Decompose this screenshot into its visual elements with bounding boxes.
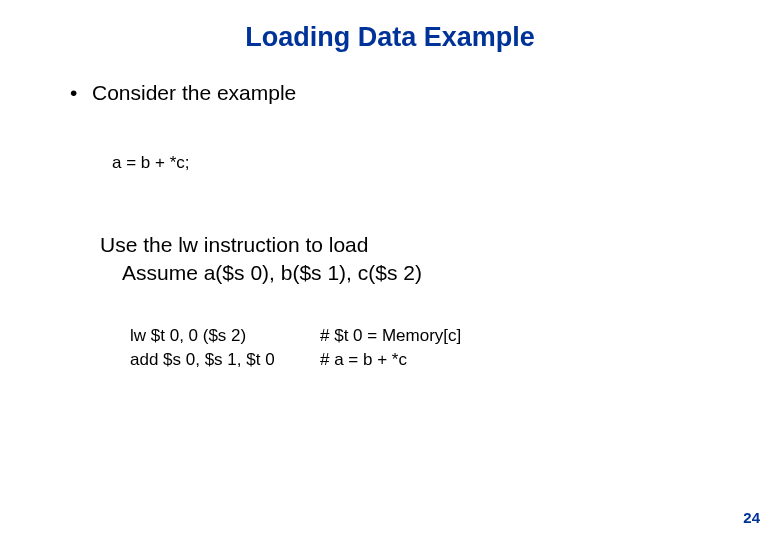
asm-comment-2: # a = b + *c — [320, 348, 407, 373]
asm-row-1: lw $t 0, 0 ($s 2) # $t 0 = Memory[c] — [130, 324, 780, 349]
bullet-marker: • — [70, 81, 92, 105]
explanation-block: Use the lw instruction to load Assume a(… — [100, 231, 780, 288]
assembly-block: lw $t 0, 0 ($s 2) # $t 0 = Memory[c] add… — [130, 324, 780, 373]
code-line: a = b + *c; — [112, 153, 780, 173]
asm-instr-1: lw $t 0, 0 ($s 2) — [130, 324, 320, 349]
bullet-item: • Consider the example — [70, 81, 780, 105]
bullet-text: Consider the example — [92, 81, 296, 105]
explain-line-2: Assume a($s 0), b($s 1), c($s 2) — [122, 259, 780, 287]
asm-row-2: add $s 0, $s 1, $t 0 # a = b + *c — [130, 348, 780, 373]
asm-comment-1: # $t 0 = Memory[c] — [320, 324, 461, 349]
slide-title: Loading Data Example — [0, 22, 780, 53]
explain-line-1: Use the lw instruction to load — [100, 231, 780, 259]
page-number: 24 — [743, 509, 760, 526]
asm-instr-2: add $s 0, $s 1, $t 0 — [130, 348, 320, 373]
content-block: • Consider the example a = b + *c; Use t… — [70, 81, 780, 373]
